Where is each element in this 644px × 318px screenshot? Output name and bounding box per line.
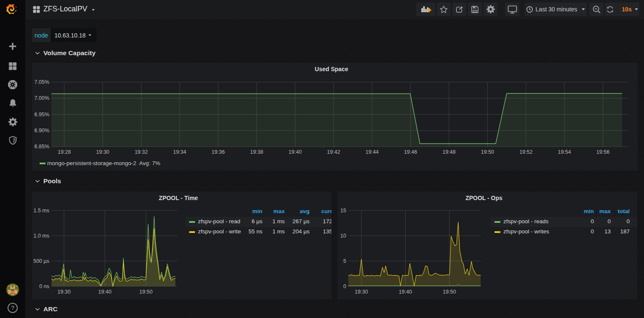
svg-text:7.05%: 7.05%: [35, 79, 49, 85]
svg-text:19:52: 19:52: [519, 149, 532, 155]
svg-text:10: 10: [340, 233, 346, 239]
svg-text:6.95%: 6.95%: [35, 112, 49, 118]
svg-text:500 µs: 500 µs: [33, 258, 49, 264]
svg-text:6.90%: 6.90%: [35, 128, 49, 134]
svg-text:19:56: 19:56: [596, 149, 609, 155]
svg-text:19:30: 19:30: [355, 289, 368, 295]
svg-text:19:46: 19:46: [404, 149, 417, 155]
svg-text:?: ?: [11, 305, 14, 311]
svg-text:1.5 ms: 1.5 ms: [33, 208, 49, 214]
svg-text:1.0 ms: 1.0 ms: [33, 233, 49, 239]
svg-text:0 ns: 0 ns: [39, 283, 49, 289]
svg-text:19:36: 19:36: [211, 149, 224, 155]
svg-text:19:40: 19:40: [399, 289, 412, 295]
svg-text:15: 15: [340, 208, 346, 214]
svg-text:19:50: 19:50: [481, 149, 494, 155]
svg-text:19:38: 19:38: [250, 149, 263, 155]
svg-text:6.85%: 6.85%: [35, 144, 49, 150]
svg-text:19:32: 19:32: [135, 149, 148, 155]
svg-text:19:34: 19:34: [173, 149, 186, 155]
svg-text:19:28: 19:28: [58, 149, 71, 155]
svg-text:19:42: 19:42: [327, 149, 340, 155]
svg-text:19:54: 19:54: [558, 149, 571, 155]
svg-text:19:30: 19:30: [96, 149, 109, 155]
svg-text:7.00%: 7.00%: [35, 95, 49, 101]
svg-text:19:30: 19:30: [57, 289, 70, 295]
svg-text:19:50: 19:50: [139, 289, 152, 295]
svg-text:0: 0: [343, 283, 346, 289]
svg-text:5: 5: [343, 258, 346, 264]
svg-text:19:40: 19:40: [98, 289, 111, 295]
svg-text:19:50: 19:50: [443, 289, 456, 295]
svg-text:19:40: 19:40: [289, 149, 302, 155]
svg-text:19:44: 19:44: [366, 149, 379, 155]
svg-text:19:48: 19:48: [442, 149, 455, 155]
